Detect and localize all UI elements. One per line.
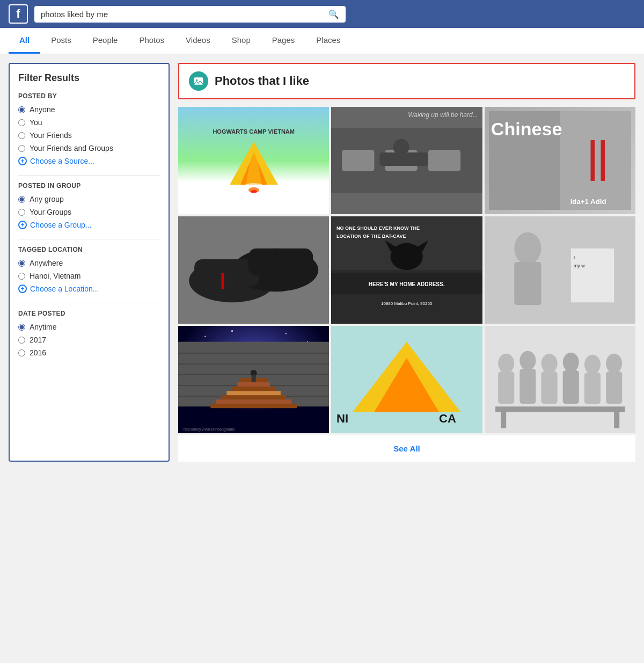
svg-rect-49 bbox=[178, 353, 329, 354]
see-all-link[interactable]: See All bbox=[178, 435, 635, 462]
header: f 🔍 bbox=[0, 0, 644, 28]
photo-cell-6[interactable]: I my w bbox=[485, 216, 635, 324]
svg-rect-55 bbox=[216, 399, 291, 404]
tent-svg bbox=[227, 139, 281, 193]
tab-videos[interactable]: Videos bbox=[175, 28, 221, 54]
tab-all[interactable]: All bbox=[9, 28, 40, 54]
svg-rect-84 bbox=[614, 412, 619, 428]
search-input[interactable] bbox=[41, 10, 324, 19]
posted-in-group-label: POSTED IN GROUP bbox=[18, 182, 160, 190]
svg-rect-58 bbox=[232, 387, 275, 391]
svg-rect-73 bbox=[519, 369, 536, 404]
svg-text:I: I bbox=[573, 255, 575, 260]
svg-rect-59 bbox=[238, 382, 270, 387]
photo-cell-1[interactable]: HOGWARTS CAMP VIETNAM bbox=[178, 107, 329, 214]
svg-rect-39 bbox=[514, 262, 541, 305]
filter-2017[interactable]: 2017 bbox=[18, 336, 160, 344]
tab-places[interactable]: Places bbox=[305, 28, 351, 54]
filter-your-friends[interactable]: Your Friends bbox=[18, 131, 160, 140]
content-area: Photos that I like HOGWARTS CAMP VIETNAM bbox=[178, 63, 635, 462]
svg-point-80 bbox=[606, 354, 622, 373]
divider-2 bbox=[18, 239, 160, 239]
filter-section-date-posted: DATE POSTED Anytime 2017 2016 bbox=[18, 310, 160, 357]
svg-rect-26 bbox=[221, 273, 224, 289]
books-svg: http://oozy.vn/user-hoangtuanc bbox=[178, 326, 329, 433]
svg-point-46 bbox=[286, 333, 287, 334]
filter-sidebar: Filter Results POSTED BY Anyone You Your… bbox=[9, 63, 170, 462]
choose-source-link[interactable]: + Choose a Source... bbox=[18, 157, 160, 165]
svg-rect-40 bbox=[570, 249, 613, 302]
svg-rect-10 bbox=[342, 150, 374, 171]
svg-rect-82 bbox=[495, 406, 625, 412]
photo-cell-9[interactable] bbox=[485, 326, 635, 433]
filter-anytime[interactable]: Anytime bbox=[18, 323, 160, 331]
svg-text:LOCATION OF THE BAT-CAVE: LOCATION OF THE BAT-CAVE bbox=[336, 234, 406, 239]
filter-section-posted-in-group: POSTED IN GROUP Any group Your Groups + … bbox=[18, 182, 160, 229]
chinese-svg: Chinese ida+1 Adid bbox=[489, 111, 631, 210]
tab-pages[interactable]: Pages bbox=[261, 28, 306, 54]
choose-location-link[interactable]: + Choose a Location... bbox=[18, 285, 160, 293]
svg-rect-79 bbox=[584, 373, 601, 404]
filter-you[interactable]: You bbox=[18, 118, 160, 127]
photo-cell-2[interactable]: Waking up will be hard... bbox=[331, 107, 482, 214]
svg-text:NO ONE SHOULD EVER KNOW THE: NO ONE SHOULD EVER KNOW THE bbox=[336, 225, 420, 231]
svg-rect-75 bbox=[541, 371, 557, 404]
svg-rect-12 bbox=[428, 150, 460, 171]
svg-rect-81 bbox=[606, 371, 622, 404]
svg-rect-62 bbox=[252, 375, 256, 382]
filter-hanoi[interactable]: Hanoi, Vietnam bbox=[18, 272, 160, 280]
girl-svg: I my w bbox=[485, 216, 635, 324]
svg-point-44 bbox=[204, 336, 206, 337]
filter-section-posted-by: POSTED BY Anyone You Your Friends Your F… bbox=[18, 92, 160, 165]
plus-icon-group: + bbox=[18, 221, 27, 229]
main-layout: Filter Results POSTED BY Anyone You Your… bbox=[0, 54, 644, 470]
svg-point-74 bbox=[541, 354, 557, 373]
photo-grid: HOGWARTS CAMP VIETNAM Waking up will be … bbox=[178, 107, 635, 433]
photo-cell-7[interactable]: http://oozy.vn/user-hoangtuanc bbox=[178, 326, 329, 433]
facebook-logo: f bbox=[9, 4, 28, 24]
svg-point-1 bbox=[196, 79, 197, 81]
filter-your-groups[interactable]: Your Groups bbox=[18, 208, 160, 216]
filter-your-friends-and-groups[interactable]: Your Friends and Groups bbox=[18, 144, 160, 152]
tagged-location-label: TAGGED LOCATION bbox=[18, 246, 160, 253]
tab-people[interactable]: People bbox=[82, 28, 129, 54]
svg-text:Chinese: Chinese bbox=[491, 119, 562, 139]
svg-rect-83 bbox=[501, 412, 506, 428]
filter-title: Filter Results bbox=[18, 72, 160, 84]
choose-group-link[interactable]: + Choose a Group... bbox=[18, 221, 160, 229]
photo-cell-4[interactable] bbox=[178, 216, 329, 324]
svg-rect-71 bbox=[498, 371, 514, 404]
tab-photos[interactable]: Photos bbox=[128, 28, 175, 54]
svg-point-78 bbox=[584, 355, 601, 374]
tab-shop[interactable]: Shop bbox=[221, 28, 261, 54]
shoes-svg bbox=[178, 216, 329, 324]
svg-point-45 bbox=[231, 330, 233, 332]
svg-text:NI: NI bbox=[336, 412, 348, 425]
tab-posts[interactable]: Posts bbox=[40, 28, 82, 54]
filter-anyone[interactable]: Anyone bbox=[18, 105, 160, 114]
search-button[interactable]: 🔍 bbox=[328, 9, 339, 19]
svg-point-70 bbox=[498, 354, 514, 373]
plus-icon-location: + bbox=[18, 285, 27, 293]
filter-any-group[interactable]: Any group bbox=[18, 195, 160, 203]
search-bar: 🔍 bbox=[34, 6, 346, 23]
svg-text:http://oozy.vn/user-hoangtuanc: http://oozy.vn/user-hoangtuanc bbox=[184, 427, 235, 432]
photo-cell-5[interactable]: NO ONE SHOULD EVER KNOW THE LOCATION OF … bbox=[331, 216, 482, 324]
batman-svg: NO ONE SHOULD EVER KNOW THE LOCATION OF … bbox=[331, 216, 482, 324]
plus-icon: + bbox=[18, 157, 27, 165]
photos-header-title: Photos that I like bbox=[215, 74, 309, 88]
svg-text:HERE'S MY HOME ADDRESS.: HERE'S MY HOME ADDRESS. bbox=[369, 281, 445, 287]
svg-rect-54 bbox=[210, 404, 297, 408]
photos-header-box: Photos that I like bbox=[178, 63, 635, 99]
svg-rect-77 bbox=[562, 370, 579, 404]
svg-rect-50 bbox=[178, 363, 329, 365]
subway-svg bbox=[331, 107, 482, 214]
photo-cell-3[interactable]: Chinese ida+1 Adid bbox=[485, 107, 635, 214]
posted-by-label: POSTED BY bbox=[18, 92, 160, 100]
filter-anywhere[interactable]: Anywhere bbox=[18, 259, 160, 267]
svg-text:10880 Malibu Point, 90265: 10880 Malibu Point, 90265 bbox=[381, 301, 433, 306]
filter-section-tagged-location: TAGGED LOCATION Anywhere Hanoi, Vietnam … bbox=[18, 246, 160, 293]
photo-cell-8[interactable]: NI CA bbox=[331, 326, 482, 433]
filter-2016[interactable]: 2016 bbox=[18, 348, 160, 357]
svg-text:my w: my w bbox=[573, 263, 585, 268]
